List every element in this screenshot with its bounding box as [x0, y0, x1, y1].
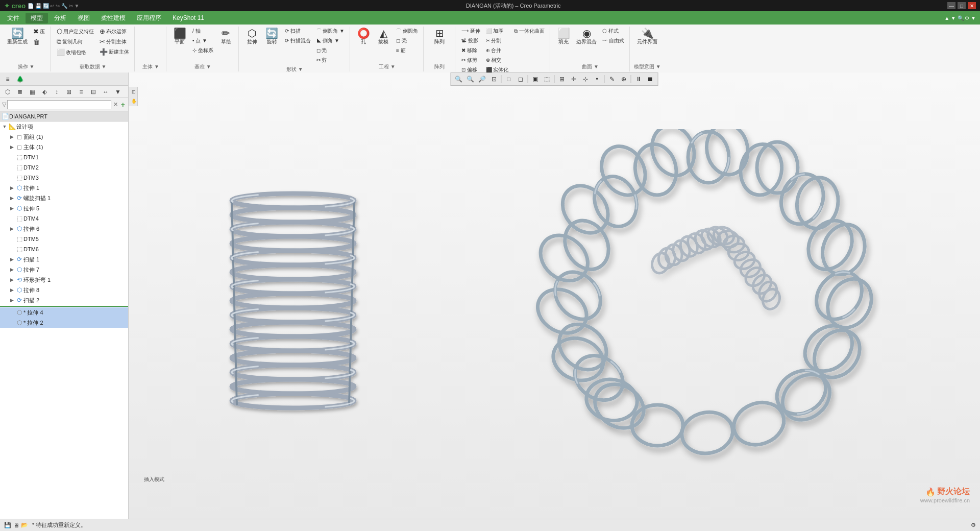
minimize-button[interactable]: —	[947, 2, 955, 9]
pt-btn10[interactable]: ▼	[112, 87, 124, 97]
zoom-out-button[interactable]: 🔎	[477, 74, 488, 84]
datum-points-button[interactable]: •	[592, 74, 603, 84]
3d-viewport[interactable]: 🔍 🔍 🔎 ⊡ □ ◻ ▣ ⬚ ⊞ ✛ ⊹ • ✎ ⊕ ⏸ ⏹ ⊡ ✋	[129, 73, 980, 519]
shell2-button[interactable]: ◻ 壳	[394, 36, 420, 45]
zoom-in2-button[interactable]: 🔍	[465, 74, 476, 84]
datum-axes-button[interactable]: ✛	[568, 74, 579, 84]
tree-circular-bend[interactable]: ▶ ⟲ 环形折弯 1	[0, 275, 128, 285]
new-body-button[interactable]: ➕新建主体	[97, 47, 131, 57]
pt-tree-icon[interactable]: 🌲	[14, 74, 26, 84]
datum-planes-button[interactable]: ⊞	[556, 74, 568, 84]
suppress-button[interactable]: ✖ 压	[31, 27, 47, 36]
split-body-button[interactable]: ✂分割主体	[97, 37, 131, 46]
tree-extrude6[interactable]: ▶ ⬡ 拉伸 6	[0, 224, 128, 234]
shrink-wrap-button[interactable]: ⬜收缩包络	[55, 47, 96, 57]
shell-button[interactable]: ◻ 壳	[314, 46, 347, 55]
menu-keyshot[interactable]: KeyShot 11	[167, 13, 209, 22]
split2-button[interactable]: ✂ 分割	[484, 36, 511, 45]
menu-applications[interactable]: 应用程序	[132, 13, 166, 23]
tree-extrude1[interactable]: ▶ ⬡ 拉伸 1	[0, 183, 128, 193]
draft-button[interactable]: ◭ 拔模	[374, 27, 393, 47]
thicken-button[interactable]: ⬜ 加厚	[484, 27, 511, 36]
pattern-button[interactable]: ⊞ 阵列	[430, 27, 449, 47]
pause-button[interactable]: ⏸	[633, 74, 644, 84]
tree-main-body[interactable]: ▶ ◻ 主体 (1)	[0, 142, 128, 152]
tree-design-root[interactable]: ▼ 📐 设计项	[0, 122, 128, 132]
pt-list-icon[interactable]: ≡	[2, 74, 13, 84]
pt-btn3[interactable]: ▦	[27, 87, 38, 97]
rotate-button[interactable]: 🔄 旋转	[263, 27, 281, 47]
tree-extrude2[interactable]: ⬡ * 拉伸 2	[0, 318, 128, 328]
tree-DTM1[interactable]: ⬚ DTM1	[0, 152, 128, 162]
tree-DTM3[interactable]: ⬚ DTM3	[0, 173, 128, 183]
maximize-button[interactable]: □	[958, 2, 966, 9]
merge-button[interactable]: ⊕ 合并	[484, 46, 511, 55]
menu-view[interactable]: 视图	[72, 13, 95, 23]
axis-button[interactable]: / 轴	[190, 27, 215, 36]
stop-button[interactable]: ⏹	[645, 74, 656, 84]
pt-btn5[interactable]: ↕	[51, 87, 62, 97]
tree-DTM4[interactable]: ⬚ DTM4	[0, 213, 128, 224]
menu-model[interactable]: 模型	[26, 13, 48, 23]
tree-sweep1[interactable]: ▶ ⟳ 扫描 1	[0, 254, 128, 264]
ortho-button[interactable]: □	[503, 74, 514, 84]
extend-button[interactable]: ⟶ 延伸	[459, 27, 482, 36]
fill-button[interactable]: ⬜ 填充	[554, 27, 573, 47]
style-button[interactable]: ⬡ 样式	[600, 27, 626, 36]
user-feature-button[interactable]: ⬡用户定义特征	[55, 27, 96, 36]
regenerate-button[interactable]: 🔄 重新生成	[5, 27, 30, 47]
menu-analysis[interactable]: 分析	[49, 13, 71, 23]
tree-helix-scan[interactable]: ▶ ⟳ 螺旋扫描 1	[0, 193, 128, 203]
filter-clear-button[interactable]: ✕	[112, 100, 119, 109]
tree-extrude8[interactable]: ▶ ⬡ 拉伸 8	[0, 285, 128, 295]
pt-btn7[interactable]: ≡	[76, 87, 87, 97]
copy-geom-button[interactable]: ⧉复制几何	[55, 37, 96, 47]
extrude-button[interactable]: ⬡ 拉伸	[243, 27, 261, 47]
sweep-blend-button[interactable]: ⟳ 扫描混合	[283, 36, 313, 45]
sweep-button[interactable]: ⟳ 扫描	[283, 27, 313, 36]
hole-button[interactable]: ⭕ 孔	[354, 27, 373, 47]
plane-button[interactable]: ⬛ 平面	[170, 27, 189, 47]
tree-extrude7[interactable]: ▶ ⬡ 拉伸 7	[0, 264, 128, 275]
rib-button[interactable]: ≡ 筋	[394, 46, 420, 55]
tree-extrude5[interactable]: ▶ ⬡ 拉伸 5	[0, 203, 128, 213]
round2-button[interactable]: ⌒ 倒圆角	[394, 27, 420, 36]
tree-surface-group[interactable]: ▶ ◻ 面组 (1)	[0, 132, 128, 142]
pt-btn1[interactable]: ⬡	[2, 87, 13, 97]
pt-btn8[interactable]: ⊟	[88, 87, 99, 97]
chamfer-button[interactable]: ◣ 倒角 ▼	[314, 36, 347, 45]
unify-button[interactable]: ⧉ 一体化曲面	[512, 27, 547, 36]
remove-button[interactable]: ✖ 移除	[459, 46, 482, 55]
shade-button[interactable]: ▣	[530, 74, 541, 84]
tree-extrude4[interactable]: ⬡ * 拉伸 4	[0, 307, 128, 318]
tree-DTM2[interactable]: ⬚ DTM2	[0, 162, 128, 173]
tree-DTM6[interactable]: ⬚ DTM6	[0, 244, 128, 254]
tree-DTM5[interactable]: ⬚ DTM5	[0, 234, 128, 244]
intersect-button[interactable]: ⊗ 相交	[484, 56, 511, 65]
zoom-in-button[interactable]: 🔍	[453, 74, 464, 84]
pt-btn4[interactable]: ⬖	[39, 87, 50, 97]
pt-btn9[interactable]: ↔	[100, 87, 111, 97]
menu-file[interactable]: 文件	[2, 13, 24, 23]
perspective-button[interactable]: ◻	[515, 74, 526, 84]
spin-center-button[interactable]: ⊕	[618, 74, 629, 84]
trim-btn[interactable]: ✂ 剪	[314, 56, 347, 65]
coord-button[interactable]: ⊹ 坐标系	[190, 46, 215, 55]
project-button[interactable]: 📽 投影	[459, 36, 482, 45]
close-button[interactable]: ✕	[968, 2, 976, 9]
datum-csys-button[interactable]: ⊹	[580, 74, 591, 84]
delete-button[interactable]: 🗑	[31, 37, 47, 47]
wire-button[interactable]: ⬚	[542, 74, 553, 84]
filter-input[interactable]	[7, 100, 111, 109]
tree-file-root[interactable]: 📄 DIANGAN.PRT	[0, 111, 128, 122]
menu-flexible-modeling[interactable]: 柔性建模	[96, 13, 131, 23]
trim2-button[interactable]: ✂ 修剪	[459, 56, 482, 65]
boundary-blend-button[interactable]: ◉ 边界混合	[574, 27, 599, 47]
freeform-button[interactable]: 〰 自由式	[600, 36, 626, 45]
annotation-button[interactable]: ✎	[606, 74, 618, 84]
boolean-button[interactable]: ⊕布尔运算	[97, 27, 131, 36]
round-button[interactable]: ⌒ 倒圆角 ▼	[314, 27, 347, 36]
zoom-fit-button[interactable]: ⊡	[488, 74, 500, 84]
vt-pan[interactable]: ✋	[130, 97, 138, 105]
point-button[interactable]: • 点 ▼	[190, 36, 215, 45]
